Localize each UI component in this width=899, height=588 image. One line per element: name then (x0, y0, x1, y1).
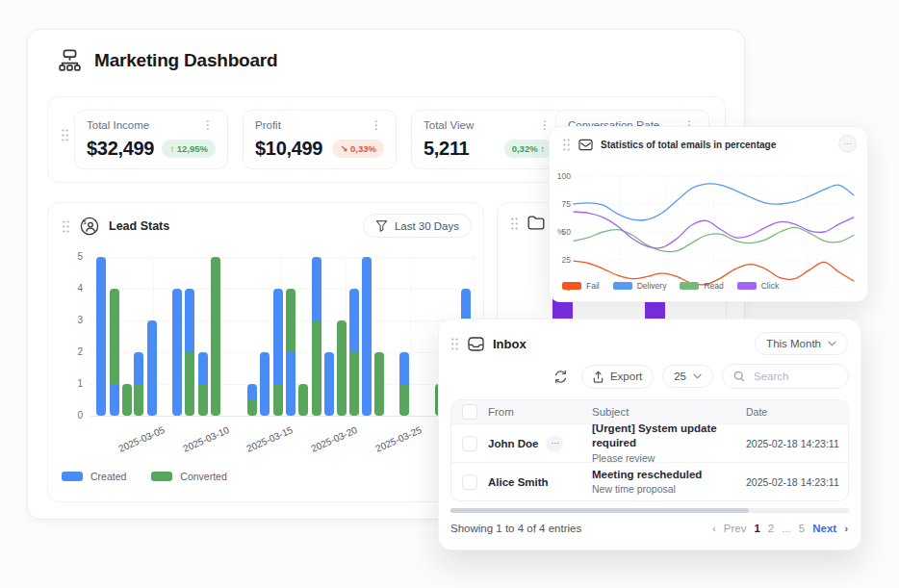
email-date: 2025-02-18 14:23:11 (746, 476, 848, 488)
lead-bar[interactable] (273, 289, 283, 416)
lead-bar[interactable] (298, 384, 308, 416)
lead-bar[interactable] (260, 352, 270, 416)
folder-icon (527, 216, 545, 230)
lead-bar[interactable] (172, 289, 182, 416)
drag-handle[interactable] (61, 128, 69, 141)
inbox-title: Inbox (493, 337, 527, 351)
bar-segment-converted (298, 384, 308, 416)
period-select-button[interactable]: This Month (755, 332, 848, 355)
lead-bar[interactable] (247, 384, 257, 416)
horizontal-scrollbar[interactable] (450, 508, 849, 513)
pagination-item[interactable]: › (844, 523, 848, 534)
svg-text:%: % (557, 227, 565, 237)
svg-text:25: 25 (562, 255, 572, 265)
lead-bar[interactable] (211, 257, 220, 416)
email-subject: [Urgent] System update required (592, 422, 746, 451)
lead-bar[interactable] (374, 352, 384, 416)
trend-badge: ↘ 0,33% (332, 140, 384, 158)
pagination-item[interactable]: Next (812, 523, 836, 534)
export-button[interactable]: Export (581, 365, 654, 389)
entries-summary: Showing 1 to 4 of 4 entries (450, 523, 581, 534)
bar-segment-converted (312, 320, 321, 416)
trend-badge: 0,32% ↑ (504, 140, 552, 158)
table-row[interactable]: John Doe⋯[Urgent] System update required… (451, 423, 848, 462)
lead-bar[interactable] (134, 352, 143, 416)
lead-bar[interactable] (110, 289, 119, 416)
lead-bar[interactable] (122, 384, 132, 416)
legend-label: Click (761, 281, 779, 291)
stat-title: Total View (424, 119, 474, 131)
email-stats-card: Statistics of total emails in percentage… (549, 126, 868, 302)
refresh-icon (552, 369, 569, 385)
lead-bar[interactable] (185, 289, 194, 416)
gridline (90, 257, 475, 258)
pagination-item[interactable]: 1 (754, 523, 759, 534)
horizontal-scrollbar-thumb[interactable] (450, 508, 749, 513)
bar-segment-converted (134, 384, 143, 416)
legend-item: Converted (151, 471, 226, 482)
search-input[interactable] (752, 370, 837, 383)
card-menu-button[interactable]: ⋮ (369, 120, 384, 130)
legend-item: Click (737, 281, 779, 291)
lead-bar[interactable] (324, 352, 334, 416)
inbox-table: From Subject Date John Doe⋯[Urgent] Syst… (450, 399, 849, 501)
dashboard-header: Marketing Dashboard (57, 47, 277, 73)
bar-segment-created (312, 257, 321, 320)
pagination-item[interactable]: 2 (768, 523, 774, 534)
legend-item: Created (62, 471, 126, 482)
legend-swatch (680, 282, 699, 290)
legend-swatch (151, 472, 172, 481)
card-menu-button[interactable]: ⋮ (200, 120, 216, 130)
lead-bar[interactable] (286, 289, 295, 416)
stat-card-profit: Profit ⋮ $10,499 ↘ 0,33% (243, 110, 397, 169)
select-all-checkbox[interactable] (462, 404, 477, 420)
inbox-toolbar: Export 25 (439, 357, 860, 389)
lead-bar[interactable] (312, 257, 321, 416)
bar-segment-converted (399, 384, 409, 416)
lead-stats-legend: CreatedConverted (62, 471, 227, 482)
email-stats-legend: FailDeliveryReadClick (562, 281, 779, 291)
table-header-row: From Subject Date (451, 400, 848, 423)
inbox-footer: Showing 1 to 4 of 4 entries ‹Prev12...5N… (439, 513, 860, 534)
page-title: Marketing Dashboard (94, 50, 277, 71)
bar-segment-converted (286, 289, 295, 352)
inbox-header: Inbox This Month (439, 320, 860, 357)
drag-handle[interactable] (510, 217, 519, 230)
y-axis-tick: 1 (56, 378, 83, 389)
email-preview: New time proposal (592, 482, 746, 496)
gridline (90, 416, 475, 417)
lead-bar[interactable] (198, 352, 208, 416)
search-box[interactable] (722, 364, 849, 389)
pagination-item[interactable]: ‹ (712, 523, 716, 534)
table-row[interactable]: Alice SmithMeeting rescheduledNew time p… (451, 462, 848, 500)
legend-item: Delivery (613, 281, 667, 291)
email-stats-chart: 0255075100% (550, 127, 867, 301)
pagination: ‹Prev12...5Next› (712, 523, 848, 534)
page: Marketing Dashboard Total Income ⋮ $32,4… (0, 0, 899, 588)
bar-segment-converted (337, 320, 347, 416)
pagination-item[interactable]: ... (782, 523, 791, 534)
lead-bar[interactable] (337, 320, 347, 416)
pagination-item[interactable]: 5 (799, 523, 805, 534)
lead-bar[interactable] (349, 289, 359, 416)
bar-segment-converted (349, 352, 359, 416)
page-size-select[interactable]: 25 (662, 365, 713, 388)
pagination-item[interactable]: Prev (724, 523, 747, 534)
lead-bar[interactable] (399, 352, 409, 416)
row-menu-button[interactable]: ⋯ (546, 435, 563, 452)
row-checkbox[interactable] (462, 436, 477, 451)
drag-handle[interactable] (450, 337, 459, 350)
chevron-down-icon (828, 341, 836, 346)
refresh-button[interactable] (549, 365, 573, 389)
lead-bar[interactable] (147, 320, 157, 416)
lead-bar[interactable] (362, 257, 372, 416)
row-checkbox[interactable] (462, 474, 477, 490)
export-icon (593, 371, 604, 383)
bar-segment-converted (110, 289, 119, 384)
stat-value: 5,211 (424, 138, 469, 160)
bar-segment-created (172, 289, 182, 416)
sender-name: John Doe (488, 438, 538, 449)
bar-segment-created (286, 352, 295, 416)
lead-stats-chart: 0123452025-03-052025-03-102025-03-152025… (48, 203, 483, 501)
lead-bar[interactable] (96, 257, 106, 416)
